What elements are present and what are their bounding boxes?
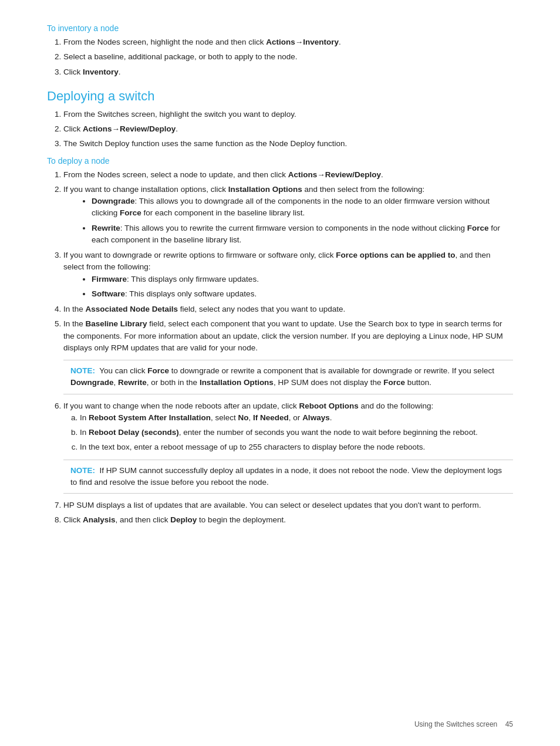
inventory-step-2: Select a baseline, additional package, o…: [63, 51, 513, 63]
deploying-switch-section: Deploying a switch From the Switches scr…: [47, 89, 513, 150]
deploy-node-step-3-bullets: Firmware: This displays only firmware up…: [92, 274, 513, 301]
deploy-node-step-2-text: If you want to change installation optio…: [63, 185, 424, 194]
footer: Using the Switches screen 45: [414, 720, 513, 728]
deploy-node-step-6-note: NOTE: If HP SUM cannot successfully depl…: [63, 460, 513, 494]
deploying-switch-step-1: From the Switches screen, highlight the …: [63, 109, 513, 120]
deploying-switch-heading: Deploying a switch: [47, 89, 513, 104]
deploy-node-step-2-bullet-2: Rewrite: This allows you to rewrite the …: [92, 222, 513, 247]
deploy-node-step-3-bullet-1: Firmware: This displays only firmware up…: [92, 274, 513, 285]
deploy-node-step-5: In the Baseline Library field, select ea…: [63, 318, 513, 394]
deploying-switch-step-2: Click Actions→Review/Deploy.: [63, 123, 513, 135]
deploy-node-steps-list: From the Nodes screen, select a node to …: [63, 169, 513, 526]
inventory-step-1: From the Nodes screen, highlight the nod…: [63, 36, 513, 48]
deploy-node-step-3-bullet-2: Software: This displays only software up…: [92, 288, 513, 300]
deploy-node-step-3-text: If you want to downgrade or rewrite opti…: [63, 251, 491, 271]
deploying-switch-step-1-text: From the Switches screen, highlight the …: [63, 110, 296, 119]
deploy-node-heading: To deploy a node: [47, 156, 513, 166]
deploy-node-step-3: If you want to downgrade or rewrite opti…: [63, 249, 513, 300]
footer-section-label: Using the Switches screen: [414, 720, 497, 728]
deploy-node-step-4-text: In the Associated Node Details field, se…: [63, 305, 345, 313]
deploying-switch-steps-list: From the Switches screen, highlight the …: [63, 109, 513, 150]
inventory-section: To inventory a node From the Nodes scree…: [47, 23, 513, 78]
footer-page-number: 45: [505, 720, 513, 728]
deploy-node-step-6-text: If you want to change when the node rebo…: [63, 401, 433, 410]
deploy-node-section: To deploy a node From the Nodes screen, …: [47, 156, 513, 526]
inventory-step-3: Click Inventory.: [63, 66, 513, 78]
inventory-step-2-text: Select a baseline, additional package, o…: [63, 52, 298, 61]
deploy-node-step-8-text: Click Analysis, and then click Deploy to…: [63, 515, 286, 524]
deploy-node-step-6b: In Reboot Delay (seconds), enter the num…: [80, 427, 513, 438]
deploy-node-step-7-text: HP SUM displays a list of updates that a…: [63, 501, 481, 509]
inventory-heading: To inventory a node: [47, 23, 513, 33]
deploy-node-step-5-note: NOTE: You can click Force to downgrade o…: [63, 360, 513, 394]
deploy-node-step-6a: In Reboot System After Installation, sel…: [80, 412, 513, 424]
deploy-node-step-7: HP SUM displays a list of updates that a…: [63, 499, 513, 511]
deploy-node-step-6-alpha: In Reboot System After Installation, sel…: [80, 412, 513, 454]
deploy-node-step-5-text: In the Baseline Library field, select ea…: [63, 319, 503, 352]
deploying-switch-step-3: The Switch Deploy function uses the same…: [63, 138, 513, 150]
inventory-steps-list: From the Nodes screen, highlight the nod…: [63, 36, 513, 78]
deploy-node-step-2: If you want to change installation optio…: [63, 184, 513, 246]
note-label-5: NOTE:: [70, 366, 95, 375]
inventory-step-1-text: From the Nodes screen, highlight the nod…: [63, 38, 341, 46]
deploy-node-step-6: If you want to change when the node rebo…: [63, 400, 513, 494]
deploy-node-step-1: From the Nodes screen, select a node to …: [63, 169, 513, 181]
deploying-switch-step-2-text: Click Actions→Review/Deploy.: [63, 124, 178, 133]
deploy-node-step-1-text: From the Nodes screen, select a node to …: [63, 170, 383, 179]
deploy-node-step-6-note-text: If HP SUM cannot successfully deploy all…: [70, 466, 502, 487]
deploying-switch-step-3-text: The Switch Deploy function uses the same…: [63, 139, 347, 148]
deploy-node-step-2-bullets: Downgrade: This allows you to downgrade …: [92, 195, 513, 246]
deploy-node-step-8: Click Analysis, and then click Deploy to…: [63, 514, 513, 526]
deploy-node-step-6c: In the text box, enter a reboot message …: [80, 441, 513, 453]
note-label-6: NOTE:: [70, 466, 95, 475]
deploy-node-step-5-note-text: You can click Force to downgrade or rewr…: [70, 366, 494, 387]
inventory-step-3-text: Click Inventory.: [63, 67, 121, 76]
deploy-node-step-2-bullet-1: Downgrade: This allows you to downgrade …: [92, 195, 513, 220]
deploy-node-step-4: In the Associated Node Details field, se…: [63, 303, 513, 315]
